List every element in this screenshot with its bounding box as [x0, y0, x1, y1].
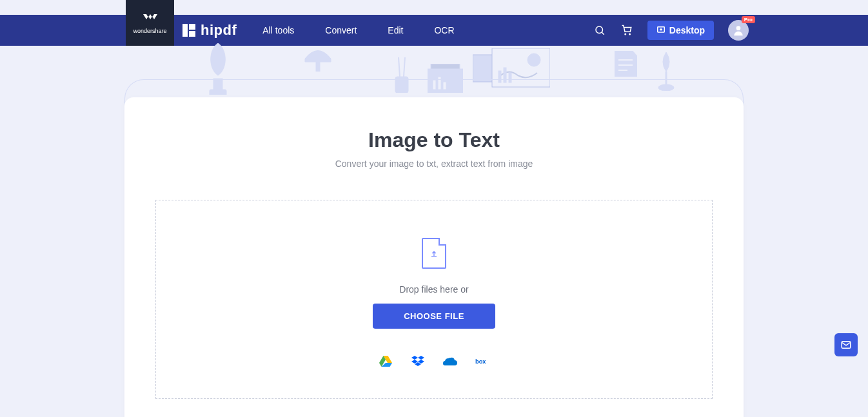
pro-badge: Pro — [742, 16, 755, 23]
cart-icon[interactable] — [620, 24, 633, 37]
svg-rect-1 — [189, 24, 195, 30]
desktop-button-label: Desktop — [669, 25, 705, 35]
choose-file-button[interactable]: CHOOSE FILE — [373, 304, 495, 329]
svg-rect-11 — [316, 62, 320, 72]
wondershare-label: wondershare — [133, 28, 166, 34]
nav-link-all-tools[interactable]: All tools — [262, 25, 294, 35]
svg-rect-0 — [182, 24, 188, 37]
wondershare-logo-icon — [143, 12, 157, 26]
brand-name: hipdf — [201, 22, 237, 39]
hipdf-logo-icon — [182, 24, 195, 37]
page-subtitle: Convert your image to txt, extract text … — [124, 159, 744, 169]
page-title: Image to Text — [124, 128, 744, 152]
drop-text: Drop files here or — [399, 284, 468, 295]
search-icon[interactable] — [593, 24, 606, 37]
svg-point-5 — [625, 34, 626, 35]
svg-point-6 — [629, 34, 631, 35]
upload-file-icon — [422, 238, 446, 269]
cloud-sources: box — [379, 356, 489, 367]
svg-point-3 — [596, 26, 603, 34]
svg-point-22 — [528, 53, 540, 66]
svg-line-4 — [602, 32, 604, 35]
avatar-wrap[interactable]: Pro — [728, 20, 749, 41]
nav-link-convert[interactable]: Convert — [325, 25, 357, 35]
nav-link-edit[interactable]: Edit — [388, 25, 403, 35]
svg-rect-2 — [189, 31, 195, 37]
svg-rect-16 — [431, 64, 460, 69]
main-card: Image to Text Convert your image to txt,… — [124, 97, 744, 417]
mail-icon — [840, 339, 852, 351]
download-icon — [656, 26, 666, 35]
desktop-button[interactable]: Desktop — [647, 21, 714, 40]
onedrive-icon[interactable] — [443, 356, 457, 367]
google-drive-icon[interactable] — [379, 356, 393, 367]
dropbox-icon[interactable] — [411, 356, 425, 367]
wondershare-badge[interactable]: wondershare — [126, 0, 174, 46]
svg-line-13 — [399, 57, 400, 77]
svg-line-14 — [404, 57, 405, 77]
svg-point-8 — [736, 26, 741, 30]
brand[interactable]: hipdf — [182, 22, 237, 39]
nav-link-ocr[interactable]: OCR — [434, 25, 454, 35]
svg-text:box: box — [475, 358, 486, 365]
svg-rect-20 — [473, 55, 508, 82]
box-icon[interactable]: box — [475, 356, 489, 367]
nav-links: All tools Convert Edit OCR — [262, 25, 454, 35]
dropzone[interactable]: Drop files here or CHOOSE FILE box — [155, 200, 713, 399]
feedback-button[interactable] — [834, 333, 858, 356]
navbar: wondershare hipdf All tools Convert Edit… — [0, 15, 868, 46]
